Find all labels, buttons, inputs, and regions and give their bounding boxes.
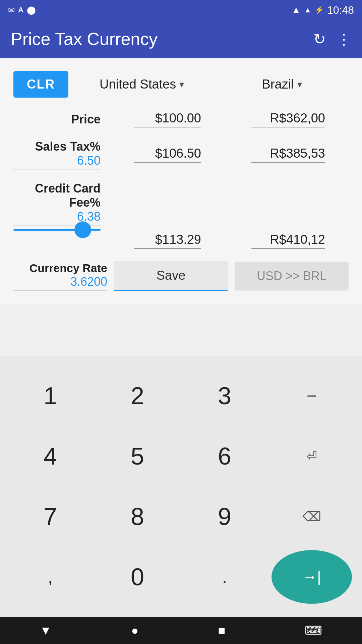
status-icons-left: ✉ A ⬤ [8, 5, 36, 15]
credit-card-row: Credit Card Fee% 6.38 $113.29 R$410,12 [13, 181, 349, 249]
price-label-col: Price [13, 112, 107, 126]
key-1[interactable]: 1 [10, 369, 90, 423]
credit-card-label: Credit Card Fee% [35, 181, 101, 209]
credit-card-value1[interactable]: $113.29 [134, 232, 201, 249]
mail-icon: ✉ [8, 5, 15, 15]
battery-icon: ⚡ [315, 6, 324, 14]
price-value1[interactable]: $100.00 [134, 111, 201, 127]
currency-rate-label: Currency Rate [13, 262, 107, 275]
credit-card-value2-col: R$410,12 [228, 232, 349, 249]
app-bar: Price Tax Currency ↻ ⋮ [0, 20, 362, 58]
key-dot[interactable]: . [184, 550, 265, 604]
key-5[interactable]: 5 [97, 429, 178, 483]
sales-tax-input[interactable]: 6.50 [13, 154, 101, 169]
currency-rate-row: Currency Rate 3.6200 Save USD >> BRL [13, 261, 349, 291]
nav-keyboard-icon[interactable]: ⌨ [305, 624, 322, 638]
keyboard-row-4: , 0 . →| [7, 550, 355, 604]
country2-arrow: ▾ [297, 79, 302, 90]
key-4[interactable]: 4 [10, 429, 90, 483]
key-backspace[interactable]: ⌫ [272, 490, 352, 543]
sales-tax-label-col: Sales Tax% 6.50 [13, 140, 107, 169]
key-6[interactable]: 6 [184, 429, 265, 483]
status-icons-right: ▲ ▲ ⚡ 10:48 [291, 4, 354, 16]
price-value2-col: R$362,00 [228, 111, 349, 127]
sales-tax-value1-col: $106.50 [107, 146, 228, 163]
key-8[interactable]: 8 [97, 490, 178, 543]
credit-card-slider-thumb[interactable] [74, 221, 91, 238]
app-bar-actions: ↻ ⋮ [313, 31, 351, 48]
country1-label: United States [100, 77, 176, 92]
more-icon[interactable]: ⋮ [337, 31, 351, 48]
a-icon: A [18, 6, 23, 14]
sales-tax-label: Sales Tax% [35, 140, 101, 153]
price-row: Price $100.00 R$362,00 [13, 111, 349, 127]
price-value1-col: $100.00 [107, 111, 228, 127]
credit-card-value1-col: $113.29 [107, 232, 228, 249]
credit-card-value2[interactable]: R$410,12 [251, 232, 325, 249]
key-0[interactable]: 0 [97, 550, 178, 604]
status-bar: ✉ A ⬤ ▲ ▲ ⚡ 10:48 [0, 0, 362, 20]
keyboard-row-2: 4 5 6 ⏎ [7, 429, 355, 483]
price-label: Price [71, 112, 101, 126]
price-value2[interactable]: R$362,00 [251, 111, 325, 127]
country1-dropdown[interactable]: United States ▾ [75, 77, 208, 92]
country1-arrow: ▾ [179, 79, 184, 90]
save-button[interactable]: Save [114, 261, 228, 291]
circle-icon: ⬤ [27, 5, 36, 15]
spacer [0, 305, 362, 325]
key-2[interactable]: 2 [97, 369, 178, 423]
key-9[interactable]: 9 [184, 490, 265, 543]
clr-button[interactable]: CLR [13, 71, 68, 98]
nav-recent-icon[interactable]: ■ [218, 624, 225, 638]
sales-tax-value2-col: R$385,53 [228, 146, 349, 163]
key-3[interactable]: 3 [184, 369, 265, 423]
signal-icon: ▲ [304, 6, 311, 14]
sales-tax-row: Sales Tax% 6.50 $106.50 R$385,53 [13, 140, 349, 169]
top-row: CLR United States ▾ Brazil ▾ [13, 71, 349, 98]
key-space[interactable]: ⏎ [272, 429, 352, 483]
currency-rate-label-col: Currency Rate 3.6200 [13, 262, 107, 290]
country2-dropdown[interactable]: Brazil ▾ [215, 77, 349, 92]
sales-tax-value1[interactable]: $106.50 [134, 146, 201, 163]
keyboard-row-1: 1 2 3 − [7, 369, 355, 423]
app-title: Price Tax Currency [11, 29, 158, 49]
key-minus[interactable]: − [272, 369, 352, 423]
nav-back-icon[interactable]: ▼ [40, 624, 52, 638]
convert-button[interactable]: USD >> BRL [235, 262, 349, 290]
country2-label: Brazil [262, 77, 294, 92]
refresh-icon[interactable]: ↻ [313, 31, 326, 48]
nav-home-icon[interactable]: ● [131, 624, 138, 638]
currency-rate-input[interactable]: 3.6200 [13, 275, 107, 290]
key-comma[interactable]: , [10, 550, 90, 604]
key-7[interactable]: 7 [10, 490, 90, 543]
credit-card-slider-track[interactable] [13, 229, 101, 231]
sales-tax-value2[interactable]: R$385,53 [251, 146, 325, 163]
key-enter[interactable]: →| [272, 550, 352, 604]
wifi-icon: ▲ [291, 5, 301, 15]
nav-bar: ▼ ● ■ ⌨ [0, 617, 362, 644]
data-grid: Price $100.00 R$362,00 Sales Tax% 6.50 $… [13, 111, 349, 291]
keyboard-area: 1 2 3 − 4 5 6 ⏎ 7 8 9 ⌫ , 0 . →| [0, 356, 362, 617]
keyboard-row-3: 7 8 9 ⌫ [7, 490, 355, 543]
main-content: CLR United States ▾ Brazil ▾ Price $100.… [0, 58, 362, 305]
credit-card-label-col: Credit Card Fee% 6.38 [13, 181, 107, 249]
time-display: 10:48 [327, 4, 354, 16]
